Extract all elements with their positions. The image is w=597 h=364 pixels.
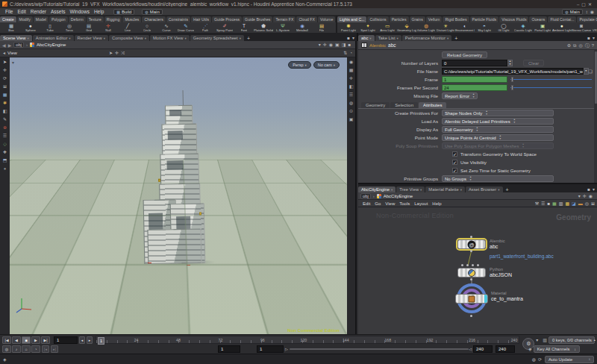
shelf-tab[interactable]: Volume (318, 16, 335, 22)
viewport-layout-icon[interactable]: ▣ (349, 117, 354, 122)
shelf-tab[interactable]: Viscous Fluids (499, 16, 528, 22)
list-mode-icon[interactable]: ☰ (541, 201, 545, 207)
menu-item[interactable]: Help (92, 9, 106, 14)
pane-menu-icon[interactable]: ■ (587, 186, 590, 192)
shelf-tool[interactable]: Ψ L-System (273, 23, 293, 32)
network-box-icon[interactable]: ■ (547, 201, 550, 207)
frame-all-icon[interactable]: ⊞ (591, 201, 595, 207)
new-tab-button[interactable]: + (452, 36, 460, 41)
shapes-icon[interactable]: ▥ (559, 201, 563, 207)
new-tab-button[interactable]: + (504, 187, 511, 192)
follow-icon[interactable]: ◉ (589, 193, 593, 199)
range-left-handle[interactable]: ▷ (285, 347, 288, 351)
shelf-tab[interactable]: Guide Brushes (243, 16, 272, 22)
shelf-tool[interactable]: ▯ Tube (40, 23, 60, 32)
global-range-end-field[interactable]: 240 (496, 345, 515, 353)
parameter-checkbox[interactable]: ✓ (452, 160, 457, 165)
jump-end-button[interactable]: ▶| (41, 336, 50, 344)
list-icon[interactable]: ☰ (3, 134, 7, 139)
pane-tab[interactable]: abc (358, 35, 375, 41)
shelf-tool[interactable]: ◐ Environment Light (455, 23, 475, 32)
node-input-dot[interactable] (470, 236, 472, 238)
parameter-dropdown[interactable]: Alembic Delayed Load Primitives ▲▼ (442, 118, 554, 125)
node-input-dot[interactable] (461, 264, 463, 266)
parameter-tab[interactable]: Selection (390, 102, 418, 108)
camera-select-pill[interactable]: No cam (313, 61, 340, 69)
menu-item[interactable]: Windows (68, 9, 92, 14)
pane-tab[interactable]: AbcCityEngine (358, 186, 396, 192)
keys-filter-icon[interactable]: ▥ (543, 337, 547, 343)
misc-tool-icon[interactable]: ● (4, 166, 7, 172)
shelf-tool[interactable]: ◍ Volume Light (416, 23, 436, 32)
shelf-tool[interactable]: ▤ Grid (79, 23, 99, 32)
close-button[interactable]: ✕ (588, 1, 592, 7)
playback-range-slider[interactable]: ▷ ◁ (285, 345, 472, 353)
camera-lock-icon[interactable]: ⊙ (349, 109, 353, 114)
camera-persp-pill[interactable]: Persp (288, 61, 311, 69)
viewport-tool-icon[interactable]: ⤨ (121, 50, 125, 56)
link-icon[interactable]: ⧉ (573, 43, 576, 48)
help-icon[interactable]: ◉ (590, 9, 594, 15)
translate-tool-icon[interactable]: ✛ (115, 50, 119, 56)
display-icon[interactable]: ⬒ (3, 158, 7, 163)
pane-tab[interactable]: Motion FX View (150, 35, 190, 41)
shelf-tool[interactable]: ✦ Spot Light (358, 23, 378, 32)
menu-item[interactable]: Edit (15, 9, 28, 14)
recook-icon[interactable]: ⟳ (538, 357, 542, 363)
node-name-field[interactable]: abc (388, 43, 396, 48)
shelf-tab[interactable]: Guide Process (212, 16, 242, 22)
timeline-ruler[interactable]: 24487296120144168192216240 1 (96, 336, 519, 344)
shelf-tab[interactable]: Grains (410, 16, 425, 22)
shelf-tab[interactable]: Oceans (529, 16, 547, 22)
shelf-tab[interactable]: Constraints (166, 16, 190, 22)
missing-file-dropdown[interactable]: Report Error ▲▼ (442, 92, 478, 99)
pane-tab[interactable]: Asset Browser (466, 186, 503, 192)
breadcrumb-node[interactable]: AbcCityEngine (37, 43, 66, 47)
path-menu-icon[interactable]: ▾ (578, 193, 581, 199)
range-right-handle[interactable]: ◁ (469, 347, 472, 351)
scene-selector[interactable]: ◍ Main (142, 9, 162, 15)
viewport-3d[interactable]: ▾ Persp No cam Non Commercial Edition (10, 57, 347, 334)
range-end-button[interactable]: ▸| (51, 345, 58, 353)
realtime-toggle-icon[interactable]: ◎ (2, 345, 11, 353)
shelf-tool[interactable]: ⬟ Platonic Solids (254, 23, 273, 32)
shelf-tool[interactable]: ◕ VR Camera (591, 23, 597, 32)
layers-field[interactable]: 0 (442, 60, 507, 66)
menu-item[interactable]: Go (372, 201, 383, 206)
stop-button[interactable]: ■ (22, 336, 31, 344)
draw-icon[interactable]: ✎ (3, 117, 7, 122)
file-chooser-icon[interactable]: ❏ (589, 69, 593, 75)
shelf-tab[interactable]: Polygon (49, 16, 68, 22)
parameter-checkbox[interactable]: ✓ (452, 151, 457, 157)
viewport-corner-menu-icon[interactable]: ▾ (12, 60, 14, 65)
clear-layers-button[interactable]: Clear (523, 60, 544, 66)
frame-field[interactable]: 1 (442, 76, 507, 83)
pane-dropdown-icon[interactable]: ▾ (593, 186, 595, 192)
menu-item[interactable]: Edit (360, 201, 372, 206)
shelf-tool[interactable]: T Font (234, 23, 254, 32)
selector-arrows-icon[interactable]: ↕ (586, 9, 588, 15)
shelf-tab[interactable]: Hair Utils (191, 16, 211, 22)
playback-range-start-field[interactable]: 1 (257, 345, 284, 353)
shelf-tab[interactable]: Lights and C... (337, 16, 366, 22)
layers-stepper[interactable]: ▲▼ (507, 60, 513, 66)
clock-icon[interactable]: ◔ (31, 345, 40, 353)
shelf-tab[interactable]: Populate Con... (577, 16, 597, 22)
node-name-label[interactable]: ce_to_mantra (491, 296, 523, 301)
grid-toggle-icon[interactable]: ▦ (349, 68, 354, 73)
shelf-tool[interactable]: ▣ Portal Light (533, 23, 552, 32)
shelf-tab[interactable]: Collisions (367, 16, 388, 22)
handles-icon[interactable]: ◇ (3, 142, 7, 147)
lighting-icon[interactable]: ◍ (349, 101, 353, 106)
pane-tab[interactable]: Geometry Spreadsheet (190, 35, 244, 41)
info-icon[interactable]: ⓘ (585, 43, 590, 48)
shelf-tool[interactable]: ⋰ Path (196, 23, 215, 32)
shelf-tab[interactable]: Model (34, 16, 49, 22)
shelf-tab[interactable]: Fluid Contai... (548, 16, 576, 22)
forward-button[interactable]: ▶ (8, 43, 12, 48)
context-chip[interactable]: obj (360, 193, 371, 199)
fps-field[interactable]: 24 (442, 84, 507, 91)
reload-geometry-button[interactable]: Reload Geometry (442, 51, 487, 58)
play-button[interactable]: ▶ (31, 336, 40, 344)
playhead-marker[interactable]: 1 (98, 337, 104, 345)
